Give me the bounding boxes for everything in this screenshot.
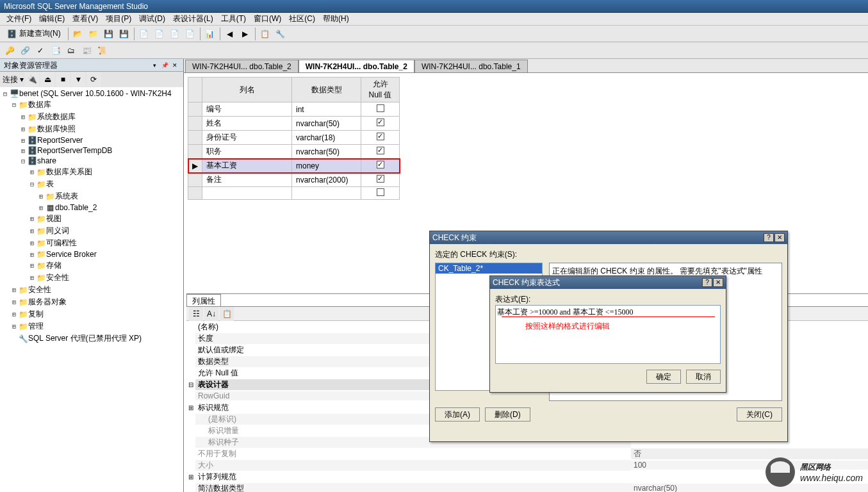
close-button[interactable]: 关闭(C) (737, 407, 782, 422)
menu-tools[interactable]: 工具(T) (217, 13, 250, 24)
expand-icon[interactable]: ⊞ (28, 215, 36, 222)
stop-icon[interactable]: ■ (56, 72, 70, 86)
expand-icon[interactable]: ⊞ (28, 168, 36, 176)
close-icon[interactable]: ✕ (774, 233, 785, 242)
null-checkbox[interactable] (377, 147, 384, 154)
expand-icon[interactable]: ⊞ (28, 227, 36, 234)
server-objects-node[interactable]: 服务器对象 (28, 297, 67, 308)
null-checkbox[interactable] (377, 104, 384, 112)
menu-project[interactable]: 项目(P) (102, 13, 135, 24)
alphabetical-icon[interactable]: A↓ (204, 307, 218, 321)
menu-view[interactable]: 查看(V) (69, 13, 102, 24)
fulltext-icon[interactable]: 📰 (79, 44, 94, 58)
null-checkbox[interactable] (377, 175, 384, 183)
table-row[interactable]: 职务 nvarchar(50) (188, 145, 400, 159)
nav-fwd-icon[interactable]: ▶ (238, 27, 252, 41)
server-node[interactable]: benet (SQL Server 10.50.1600 - WIN-7K2H4 (19, 89, 172, 98)
expand-icon[interactable]: ⊞ (10, 286, 18, 293)
refresh-icon[interactable]: ⟳ (86, 72, 101, 86)
sql-agent-node[interactable]: SQL Server 代理(已禁用代理 XP) (28, 333, 142, 344)
programmability-node[interactable]: 可编程性 (46, 238, 77, 249)
null-checkbox[interactable] (377, 119, 384, 126)
script-icon[interactable]: 📄 (137, 27, 151, 41)
activity-icon[interactable]: 📊 (203, 27, 217, 41)
security-db-node[interactable]: 安全性 (46, 272, 69, 283)
expand-icon[interactable]: ⊟ (28, 181, 36, 188)
tab-table1[interactable]: WIN-7K2H4UI... dbo.Table_1 (414, 60, 528, 72)
script3-icon[interactable]: 📄 (168, 27, 182, 41)
help-icon[interactable]: ? (702, 278, 712, 287)
expand-icon[interactable]: ⊞ (28, 262, 36, 269)
reportservertemp-node[interactable]: ReportServerTempDB (37, 146, 112, 155)
add-button[interactable]: 添加(A) (435, 407, 480, 422)
close-icon[interactable]: ✕ (713, 278, 723, 287)
script2-icon[interactable]: 📄 (152, 27, 167, 41)
table-row[interactable]: 编号 int (188, 102, 400, 117)
ok-button[interactable]: 确定 (646, 370, 681, 384)
storage-node[interactable]: 存储 (46, 260, 61, 271)
expand-icon[interactable]: ⊞ (186, 404, 195, 411)
diagrams-node[interactable]: 数据库关系图 (46, 167, 92, 177)
nav-back-icon[interactable]: ◀ (223, 27, 237, 41)
system-tables-node[interactable]: 系统表 (55, 191, 78, 202)
panel-pin-icon[interactable]: 📌 (160, 61, 169, 70)
expand-icon[interactable]: ⊞ (28, 240, 36, 247)
prop-computed[interactable]: 计算列规范 (195, 472, 631, 482)
tab-table2-b[interactable]: WIN-7K2H4UI... dbo.Table_2 (299, 60, 414, 72)
databases-node[interactable]: 数据库 (28, 99, 51, 110)
list-icon[interactable]: 📋 (258, 27, 272, 41)
new-query-button[interactable]: 🗄️新建查询(N) (3, 27, 65, 41)
panel-close-icon[interactable]: ✕ (170, 61, 179, 70)
servicebroker-node[interactable]: Service Broker (46, 250, 97, 259)
reportserver-node[interactable]: ReportServer (37, 136, 83, 145)
expand-icon[interactable]: ⊞ (37, 204, 45, 211)
col-header-type[interactable]: 数据类型 (292, 78, 361, 102)
tables-node[interactable]: 表 (46, 179, 54, 190)
expand-icon[interactable]: ⊞ (28, 274, 36, 281)
expand-icon[interactable]: ⊞ (19, 113, 27, 120)
connect-button[interactable]: 连接 ▾ (3, 74, 24, 85)
col-header-name[interactable]: 列名 (202, 78, 292, 102)
column-props-tab[interactable]: 列属性 (186, 294, 221, 306)
filter-icon[interactable]: ▼ (71, 72, 85, 86)
expand-icon[interactable]: ⊞ (19, 147, 27, 154)
key-icon[interactable]: 🔑 (3, 44, 17, 58)
open-icon[interactable]: 📂 (71, 27, 85, 41)
tab-table2-a[interactable]: WIN-7K2H4UI... dbo.Table_2 (185, 60, 299, 72)
null-checkbox[interactable] (377, 188, 384, 196)
menu-window[interactable]: 窗口(W) (250, 13, 285, 24)
dbo-table2-node[interactable]: dbo.Table_2 (55, 203, 97, 212)
expand-icon[interactable]: ⊞ (10, 323, 18, 330)
menu-file[interactable]: 文件(F) (3, 13, 35, 24)
expand-icon[interactable]: ⊞ (19, 137, 27, 144)
table-row[interactable]: 备注 nvarchar(2000) (188, 173, 400, 187)
expression-input[interactable] (495, 305, 721, 364)
col-header-null[interactable]: 允许 Null 值 (361, 78, 400, 102)
save-icon[interactable]: 💾 (102, 27, 116, 41)
expand-icon[interactable]: ⊟ (10, 101, 18, 108)
expand-icon[interactable]: ⊞ (37, 193, 45, 200)
panel-dropdown-icon[interactable]: ▾ (150, 61, 159, 70)
replication-node[interactable]: 复制 (28, 309, 44, 320)
check-list-item[interactable]: CK_Table_2* (436, 263, 542, 274)
expand-icon[interactable]: ⊟ (186, 381, 195, 388)
menu-edit[interactable]: 编辑(E) (35, 13, 69, 24)
expand-icon[interactable]: ⊞ (19, 126, 27, 133)
menu-designer[interactable]: 表设计器(L) (169, 13, 217, 24)
table-row[interactable]: ▶ 基本工资 money (188, 159, 400, 173)
empty-row[interactable] (188, 187, 400, 200)
expand-icon[interactable]: ⊞ (10, 311, 18, 318)
help-icon[interactable]: ? (764, 233, 774, 242)
check-icon[interactable]: ✓ (33, 44, 47, 58)
properties-icon[interactable]: 🔧 (274, 27, 288, 41)
views-node[interactable]: 视图 (46, 213, 61, 224)
null-checkbox[interactable] (377, 133, 384, 140)
relation-icon[interactable]: 🔗 (18, 44, 32, 58)
folder-icon[interactable]: 📁 (86, 27, 101, 41)
expand-icon[interactable]: ⊞ (186, 473, 195, 480)
prop-concise[interactable]: 简洁数据类型 (195, 483, 631, 493)
index-icon[interactable]: 📑 (49, 44, 63, 58)
expand-icon[interactable]: ⊞ (28, 251, 36, 258)
props-icon[interactable]: 📋 (220, 307, 234, 321)
design-grid[interactable]: 列名 数据类型 允许 Null 值 编号 int 姓名 nvarchar(50)… (188, 77, 400, 200)
